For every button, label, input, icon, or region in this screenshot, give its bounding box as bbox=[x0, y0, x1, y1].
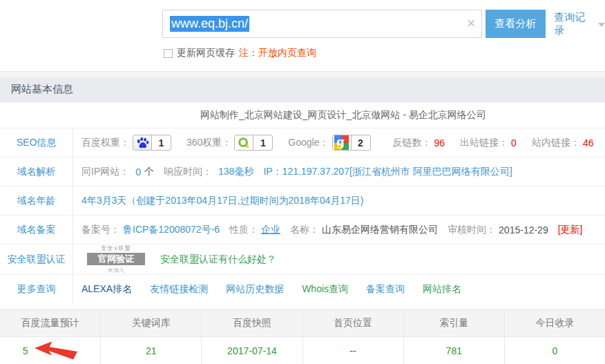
domain-age-value: 4年3月3天（创建于2013年04月17日,过期时间为2018年04月17日) bbox=[81, 195, 364, 207]
response-time-value: 138毫秒 bbox=[218, 166, 253, 178]
outlinks-label: 出站链接： bbox=[460, 137, 508, 149]
outlinks-value: 0 bbox=[511, 137, 517, 149]
value-baidu-snapshot[interactable]: 2017-07-14 bbox=[202, 337, 302, 364]
site-title: 网站制作_北京网站建设_网页设计_北京做网站 - 易企北京网络公司 bbox=[200, 109, 486, 122]
seo-info-label: SEO信息 bbox=[0, 128, 73, 157]
site-rank-link[interactable]: 网站排名 bbox=[423, 283, 461, 296]
same-ip-value[interactable]: 0 bbox=[135, 166, 141, 178]
icp-nature-label: 性质： bbox=[229, 224, 258, 236]
icp-update-link[interactable]: [更新] bbox=[558, 224, 583, 236]
more-queries-row: 更多查询 ALEXA排名 友情链接检测 网站历史数据 Whois查询 备案查询 … bbox=[0, 275, 605, 304]
section-gap bbox=[0, 71, 605, 77]
baidu-paw-icon bbox=[133, 135, 152, 150]
security-cert-badge-icon[interactable]: 安全∨联盟 官网验证 未加入 bbox=[81, 245, 151, 274]
stats-table: 百度流量预计 关键词库 百度快照 首页位置 索引量 今日收录 5 21 2017… bbox=[0, 309, 605, 364]
icp-record-label: 域名备案 bbox=[0, 215, 73, 244]
google-pr-value: 2 bbox=[352, 135, 370, 150]
backlinks-label: 反链数： bbox=[393, 137, 432, 149]
so360-weight-label: 360权重： bbox=[186, 137, 231, 149]
value-index-count[interactable]: 781 bbox=[404, 337, 505, 364]
red-arrow-annotation-icon bbox=[35, 341, 77, 360]
dns-label: 域名解析 bbox=[0, 157, 73, 186]
security-cert-label: 安全联盟认证 bbox=[0, 245, 73, 274]
value-today-indexed[interactable]: 0 bbox=[505, 337, 605, 364]
value-homepage-rank: -- bbox=[303, 337, 404, 364]
icp-name-label: 名称： bbox=[290, 224, 319, 236]
alexa-rank-link[interactable]: ALEXA排名 bbox=[81, 283, 132, 296]
header-index-count: 索引量 bbox=[404, 310, 505, 336]
query-history-label: 查询记录 bbox=[554, 11, 595, 37]
so360-logo-icon bbox=[235, 135, 253, 150]
query-history-link[interactable]: 查询记录 bbox=[554, 11, 605, 37]
inlinks-value: 46 bbox=[583, 137, 594, 149]
site-title-row: 网站制作_北京网站建设_网页设计_北京做网站 - 易企北京网络公司 bbox=[0, 102, 605, 128]
backlinks-value: 96 bbox=[434, 137, 445, 149]
so360-weight-value: 1 bbox=[253, 135, 272, 150]
clear-input-icon[interactable]: × bbox=[467, 16, 476, 31]
whois-query-link[interactable]: Whois查询 bbox=[302, 283, 348, 296]
analyze-button[interactable]: 查看分析 bbox=[486, 10, 546, 38]
baidu-weight-badge[interactable]: 1 bbox=[133, 135, 171, 151]
header-baidu-traffic: 百度流量预计 bbox=[0, 310, 101, 336]
ip-location-text[interactable]: IP：121.197.37.207[浙江省杭州市 阿里巴巴网络有限公司] bbox=[263, 166, 512, 178]
friend-links-check-link[interactable]: 友情链接检测 bbox=[150, 283, 208, 296]
baidu-traffic-number: 5 bbox=[23, 345, 28, 356]
security-benefit-link[interactable]: 安全联盟认证有什么好处？ bbox=[160, 253, 276, 266]
seo-info-row: SEO信息 百度权重： 1 360权重： bbox=[0, 128, 605, 157]
icp-query-link[interactable]: 备案查询 bbox=[366, 283, 405, 296]
baidu-weight-label: 百度权重： bbox=[81, 137, 130, 149]
domain-age-label: 域名年龄 bbox=[0, 186, 73, 215]
chevron-down-icon bbox=[598, 23, 605, 27]
dns-row: 域名解析 同IP网站： 0 个 响应时间： 138毫秒 IP：121.197.3… bbox=[0, 157, 605, 186]
security-badge-status-text: 未加入 bbox=[81, 267, 151, 274]
icp-record-row: 域名备案 备案号： 鲁ICP备12008072号-6 性质： 企业 名称： 山东… bbox=[0, 215, 605, 245]
url-input-selected-text: www.eq.bj.cn/ bbox=[170, 16, 249, 32]
inner-page-note: 注：开放内页查询 bbox=[239, 47, 316, 59]
refresh-cache-label: 更新网页缓存 bbox=[177, 47, 235, 59]
more-queries-label: 更多查询 bbox=[0, 275, 73, 304]
icp-review-label: 审核时间： bbox=[448, 224, 496, 236]
refresh-cache-checkbox[interactable] bbox=[164, 49, 173, 58]
security-badge-top-text: 安全∨联盟 bbox=[81, 245, 151, 252]
baidu-weight-value: 1 bbox=[152, 135, 171, 150]
site-history-link[interactable]: 网站历史数据 bbox=[226, 283, 284, 296]
url-input[interactable]: www.eq.bj.cn/ × bbox=[162, 10, 482, 38]
google-logo-icon: g bbox=[333, 135, 352, 150]
value-keyword-count[interactable]: 21 bbox=[101, 337, 202, 364]
google-pr-badge[interactable]: g 2 bbox=[332, 135, 371, 151]
table-gap bbox=[0, 304, 605, 309]
icp-number-label: 备案号： bbox=[81, 224, 120, 236]
security-cert-row: 安全联盟认证 安全∨联盟 官网验证 未加入 安全联盟认证有什么好处？ bbox=[0, 245, 605, 275]
header-keyword-count: 关键词库 bbox=[101, 310, 202, 336]
so360-weight-badge[interactable]: 1 bbox=[234, 135, 273, 151]
section-title: 网站基本信息 bbox=[0, 77, 605, 102]
header-today-indexed: 今日收录 bbox=[505, 310, 605, 336]
icp-review-value: 2015-12-29 bbox=[499, 224, 548, 236]
site-info-panel: 网站制作_北京网站建设_网页设计_北京做网站 - 易企北京网络公司 SEO信息 … bbox=[0, 102, 605, 304]
response-time-label: 响应时间： bbox=[164, 166, 212, 178]
header-homepage-rank: 首页位置 bbox=[303, 310, 404, 336]
icp-nature-value[interactable]: 企业 bbox=[261, 224, 280, 236]
security-badge-ribbon-text: 官网验证 bbox=[87, 253, 145, 265]
domain-age-row: 域名年龄 4年3月3天（创建于2013年04月17日,过期时间为2018年04月… bbox=[0, 186, 605, 215]
stats-table-values: 5 21 2017-07-14 -- 781 0 bbox=[0, 337, 605, 364]
stats-table-header: 百度流量预计 关键词库 百度快照 首页位置 索引量 今日收录 bbox=[0, 310, 605, 337]
google-pr-label: Google： bbox=[288, 137, 329, 149]
same-ip-unit: 个 bbox=[144, 166, 154, 178]
same-ip-label: 同IP网站： bbox=[81, 166, 129, 178]
icp-name-value: 山东易企网络营销有限公司 bbox=[322, 224, 438, 236]
value-baidu-traffic[interactable]: 5 bbox=[0, 337, 101, 364]
header-baidu-snapshot: 百度快照 bbox=[202, 310, 302, 336]
icp-number-value[interactable]: 鲁ICP备12008072号-6 bbox=[123, 224, 220, 236]
inlinks-label: 站内链接： bbox=[532, 137, 580, 149]
search-area: www.eq.bj.cn/ × 查看分析 查询记录 更新网页缓存 注：开放内页查… bbox=[0, 0, 605, 71]
